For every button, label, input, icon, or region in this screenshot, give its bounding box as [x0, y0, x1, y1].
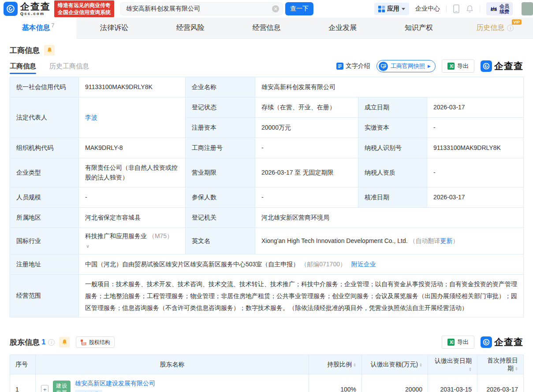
field-label: 登记机关	[186, 208, 255, 228]
user-avatar[interactable]	[522, 2, 533, 15]
sort-icon[interactable]: ▲▼	[353, 362, 356, 367]
search-input[interactable]	[120, 2, 283, 15]
notification-bell-icon[interactable]	[466, 5, 473, 13]
field-value: 存续（在营、开业、在册）	[255, 97, 358, 118]
crown-icon	[490, 5, 498, 12]
state-owned-tag: 国有企业	[75, 390, 102, 392]
chevron-down-icon	[402, 8, 405, 10]
col-no: 序号	[10, 355, 36, 374]
business-scope-cell: 一般项目：技术服务、技术开发、技术咨询、技术交流、技术转让、技术推广；科技中介服…	[79, 275, 524, 317]
field-value: -	[255, 187, 358, 208]
official-snapshot-button[interactable]: 工商官网快照 ▶	[376, 60, 436, 72]
qcc-watermark-brand: 企查查	[481, 60, 523, 72]
chevron-down-icon[interactable]: ∨	[86, 243, 89, 249]
field-label: 工商注册号	[186, 138, 255, 158]
document-icon	[336, 63, 343, 70]
field-value: 2026-03-17	[427, 187, 524, 208]
nearby-companies-link[interactable]: 附近企业	[351, 261, 376, 268]
qcc-logo-icon	[481, 336, 492, 348]
field-value: -	[427, 158, 524, 187]
subscribe-bell-icon[interactable]	[44, 45, 55, 56]
qcc-logo-icon	[4, 2, 18, 16]
tab-intellectual-property[interactable]: 知识产权	[381, 18, 457, 38]
play-arrow-icon: ▶	[428, 64, 431, 68]
field-value: 2026-03-17 至 无固定期限	[255, 158, 358, 187]
field-value: -	[427, 118, 524, 138]
export-button[interactable]: X 导出	[442, 60, 474, 73]
field-label: 核准日期	[358, 187, 427, 208]
industry-cell: 科技推广和应用服务业 （M75） ∨	[79, 228, 186, 254]
field-label: 法定代表人	[10, 97, 79, 138]
tab-operation-risk[interactable]: 经营风险	[152, 18, 228, 38]
field-label: 注册地址	[10, 254, 79, 275]
equity-structure-button[interactable]: 股权结构	[76, 336, 115, 348]
tab-history-info[interactable]: VIP 历史信息 i	[457, 18, 533, 38]
english-name-cell: Xiong'an High Tech Innovation Developmen…	[255, 228, 524, 254]
logo-subtext: Qcc.com	[20, 12, 51, 16]
field-label: 英文名	[186, 228, 255, 254]
expand-row-button[interactable]: +	[41, 385, 48, 392]
text-intro-button[interactable]: 文字介绍	[336, 62, 370, 70]
mobile-app-icon[interactable]	[453, 4, 460, 13]
field-label: 企业名称	[186, 77, 255, 97]
qcc-watermark-brand: 企查查	[481, 336, 523, 348]
field-value: MAK9DRLY-8	[79, 138, 186, 158]
field-label: 企业类型	[10, 158, 79, 187]
sort-icon[interactable]: ▲▼	[469, 367, 472, 371]
info-icon: i	[48, 339, 55, 346]
tab-basic-info[interactable]: 基本信息 7	[0, 18, 76, 39]
sort-icon[interactable]: ▲▼	[515, 366, 518, 371]
qcc-logo[interactable]: 企查查 Qcc.com	[4, 2, 51, 16]
excel-icon: X	[447, 63, 455, 70]
col-sub-date[interactable]: 认缴出资日期▲▼	[428, 355, 477, 374]
apps-grid-icon	[378, 6, 385, 12]
sort-icon[interactable]: ▲▼	[419, 362, 422, 367]
ratio-value: 100%	[309, 374, 362, 392]
row-no: 1	[10, 374, 36, 392]
field-value: 河北雄安新区营商环境局	[255, 208, 524, 228]
legal-rep-link[interactable]: 李波	[85, 114, 97, 121]
vip-renew-button[interactable]: 会员 续费	[486, 2, 513, 15]
subscribe-bell-icon[interactable]	[59, 337, 70, 347]
subtab-history-business-info[interactable]: 历史工商信息	[49, 56, 89, 76]
tab-company-development[interactable]: 企业发展	[305, 18, 381, 38]
export-button[interactable]: X 导出	[442, 336, 474, 349]
field-label: 经营范围	[10, 275, 79, 317]
clear-search-icon[interactable]: ✕	[272, 5, 279, 12]
vip-badge: VIP	[512, 19, 522, 25]
field-label: 登记状态	[186, 97, 255, 118]
tab-operation-info[interactable]: 经营信息	[228, 18, 305, 38]
field-label: 统一社会信用代码	[10, 77, 79, 97]
org-chart-icon	[81, 340, 86, 345]
svg-text:X: X	[450, 64, 453, 69]
shareholder-name-link[interactable]: 雄安高新区建设发展有限公司	[75, 380, 155, 388]
legal-rep-cell: 李波	[79, 97, 186, 138]
field-value: 雄安高新科创发展有限公司	[255, 77, 524, 97]
shareholders-count: 1	[41, 338, 45, 347]
apps-menu[interactable]: 应用	[374, 3, 409, 15]
shareholders-table: 序号 股东名称 持股比例▲▼ 认缴出资额(万元)▲▼ 认缴出资日期▲▼ 首次持股…	[10, 355, 524, 392]
enterprise-center-link[interactable]: 企业中心	[415, 5, 440, 13]
col-amount[interactable]: 认缴出资额(万元)▲▼	[362, 355, 428, 374]
business-info-table: 统一社会信用代码 91133100MAK9DRLY8K 企业名称 雄安高新科创发…	[10, 77, 524, 317]
address-cell: 中国（河北）自由贸易试验区雄安片区雄安高新区服务中心503室（自主申报） （邮编…	[79, 254, 524, 275]
shareholders-title: 股东信息	[10, 337, 40, 347]
tab-legal-litigation[interactable]: 法律诉讼	[76, 18, 153, 38]
search-button[interactable]: 查一下	[285, 2, 313, 15]
top-bar: 企查查 Qcc.com 缔造有远见的商业传奇 全国企业信用查询系统 ✕ 查一下 …	[0, 0, 533, 18]
field-label: 参保人数	[186, 187, 255, 208]
field-value: 河北省保定市容城县	[79, 208, 186, 228]
update-translation-link[interactable]: 更新	[440, 237, 453, 244]
field-label: 注册资本	[186, 118, 255, 138]
col-first-date[interactable]: 首次持股日期▲▼	[477, 355, 524, 374]
excel-icon: X	[447, 339, 455, 346]
field-label: 人员规模	[10, 187, 79, 208]
subtab-business-info[interactable]: 工商信息	[10, 56, 36, 76]
slogan-badge: 缔造有远见的商业传奇 全国企业信用查询系统	[54, 0, 114, 17]
field-label: 所属地区	[10, 208, 79, 228]
table-row: 1 + 建设 发展 雄安高新区建设发展有限公司 国有企业 100% 20000 …	[10, 374, 524, 392]
field-label: 营业期限	[186, 158, 255, 187]
field-value: 2026-03-17	[427, 97, 524, 118]
col-ratio[interactable]: 持股比例▲▼	[309, 355, 362, 374]
amount-value: 20000	[362, 374, 428, 392]
